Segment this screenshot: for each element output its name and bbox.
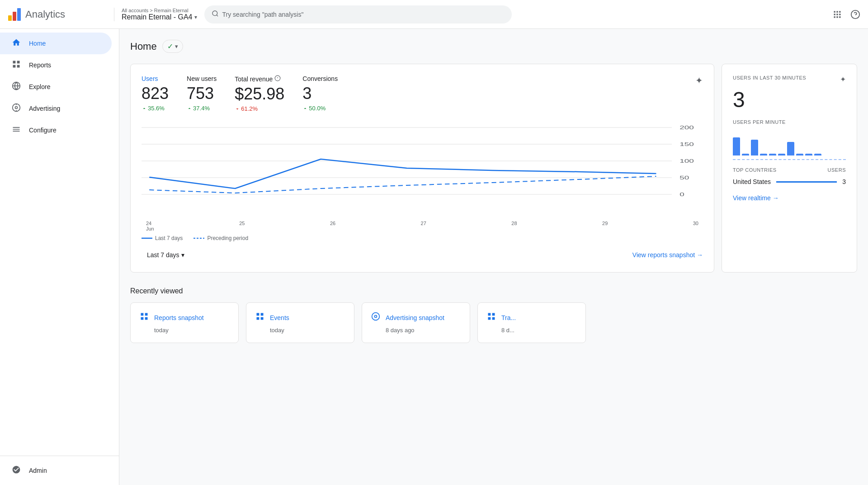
- rt-bar: [769, 154, 776, 155]
- legend-current: Last 7 days: [142, 235, 183, 241]
- cards-row: Users 823 35.6% New users 753 37.4%: [130, 64, 857, 273]
- svg-text:200: 200: [679, 125, 694, 130]
- metric-revenue-value: $25.98: [235, 85, 284, 104]
- recent-card-top: Events: [255, 312, 345, 323]
- rt-title: USERS IN LAST 30 MINUTES: [733, 75, 806, 80]
- svg-rect-13: [839, 16, 840, 18]
- title-status-badge[interactable]: ✓ ▾: [162, 40, 183, 53]
- search-icon: [212, 10, 219, 19]
- recent-card-traffic[interactable]: Tra... 8 d...: [477, 302, 586, 343]
- recent-events-icon: [255, 312, 264, 323]
- sidebar-item-admin[interactable]: Admin: [0, 460, 112, 481]
- svg-rect-18: [13, 65, 16, 67]
- chart-footer: Last 7 days ▾ View reports snapshot →: [142, 249, 703, 261]
- recent-card-top: Advertising snapshot: [371, 312, 461, 323]
- period-selector[interactable]: Last 7 days ▾: [142, 249, 190, 261]
- metric-users-label[interactable]: Users: [142, 75, 169, 82]
- recent-card-reports-snapshot[interactable]: Reports snapshot today: [130, 302, 239, 343]
- x-label-25: 25: [239, 221, 245, 231]
- metric-new-users-label: New users: [187, 75, 217, 82]
- recent-advertising-icon: [371, 312, 380, 323]
- rt-bar: [751, 140, 758, 155]
- svg-point-49: [372, 313, 380, 320]
- page-title: Home: [130, 41, 157, 52]
- x-label-29: 29: [602, 221, 608, 231]
- metric-users-change: 35.6%: [142, 105, 169, 112]
- svg-line-4: [217, 15, 218, 16]
- recently-viewed-row: Reports snapshot today Events: [130, 302, 857, 343]
- apps-grid-icon[interactable]: [832, 9, 843, 20]
- x-label-30: 30: [693, 221, 698, 231]
- recent-reports-snapshot-icon: [140, 312, 149, 323]
- metric-new-users: New users 753 37.4%: [187, 75, 217, 112]
- sidebar-item-explore[interactable]: Explore: [0, 76, 112, 98]
- expand-chart-icon[interactable]: ✦: [695, 75, 703, 86]
- svg-point-23: [15, 106, 18, 108]
- sidebar-item-home-label: Home: [29, 40, 46, 47]
- sidebar-item-reports[interactable]: Reports: [0, 54, 112, 76]
- line-chart: 200 150 100 50 0: [142, 123, 703, 213]
- svg-rect-47: [257, 317, 259, 320]
- sidebar-item-home[interactable]: Home: [0, 33, 112, 54]
- view-realtime-link[interactable]: View realtime →: [733, 194, 846, 202]
- x-axis-labels: 24Jun 25 26 27 28 29 30: [142, 221, 703, 235]
- recent-reports-snapshot-time: today: [140, 327, 229, 334]
- rt-bar: [787, 142, 794, 155]
- recent-traffic-name: Tra...: [501, 314, 516, 321]
- account-name[interactable]: Remain Eternal - GA4 ▾: [122, 13, 197, 21]
- recent-card-events[interactable]: Events today: [246, 302, 354, 343]
- svg-text:150: 150: [679, 141, 694, 147]
- sidebar-item-admin-label: Admin: [29, 467, 47, 474]
- home-icon: [11, 38, 22, 49]
- metric-revenue: Total revenue $25.98: [235, 75, 284, 112]
- svg-rect-41: [141, 313, 144, 316]
- svg-rect-42: [145, 313, 148, 316]
- legend-preceding: Preceding period: [193, 235, 248, 241]
- rt-bar: [742, 154, 749, 155]
- recently-viewed-title: Recently viewed: [130, 287, 857, 295]
- period-dropdown-icon: ▾: [181, 251, 184, 259]
- recent-card-advertising-snapshot[interactable]: Advertising snapshot 8 days ago: [362, 302, 470, 343]
- metrics-top: Users 823 35.6% New users 753 37.4%: [142, 75, 703, 112]
- sidebar-item-configure[interactable]: Configure: [0, 119, 112, 141]
- svg-text:0: 0: [679, 192, 684, 197]
- rt-big-number: 3: [733, 87, 846, 112]
- recent-card-top: Tra...: [487, 312, 576, 323]
- sidebar: Home Reports Explore: [0, 29, 119, 485]
- rt-bar: [778, 154, 785, 155]
- help-icon[interactable]: [850, 9, 861, 20]
- svg-rect-6: [836, 11, 838, 12]
- sidebar-item-explore-label: Explore: [29, 83, 50, 90]
- metric-new-users-change: 37.4%: [187, 105, 217, 112]
- view-reports-snapshot-link[interactable]: View reports snapshot →: [632, 251, 703, 259]
- metric-conversions-label: Conversions: [302, 75, 338, 82]
- metric-users: Users 823 35.6%: [142, 75, 169, 112]
- svg-point-3: [212, 11, 217, 16]
- svg-rect-43: [141, 317, 144, 320]
- account-selector[interactable]: All accounts > Remain Eternal Remain Ete…: [114, 8, 197, 21]
- app-title: Analytics: [25, 9, 65, 20]
- svg-rect-45: [257, 313, 259, 316]
- svg-rect-16: [13, 61, 16, 63]
- svg-rect-44: [145, 317, 148, 320]
- rt-expand-icon[interactable]: ✦: [840, 75, 846, 84]
- svg-point-50: [375, 315, 377, 318]
- rt-bar-chart-wrap: [733, 128, 846, 160]
- analytics-logo: [7, 7, 22, 22]
- svg-text:50: 50: [679, 175, 689, 180]
- recent-traffic-icon: [487, 312, 496, 323]
- recent-events-time: today: [255, 327, 345, 334]
- svg-rect-52: [492, 313, 495, 316]
- rt-bar: [814, 154, 821, 155]
- search-bar[interactable]: Try searching "path analysis": [204, 5, 512, 24]
- app-layout: Home Reports Explore: [0, 0, 868, 485]
- sidebar-item-reports-label: Reports: [29, 61, 51, 69]
- svg-rect-17: [17, 61, 20, 63]
- logo-area: Analytics: [7, 7, 107, 22]
- revenue-info-icon[interactable]: [274, 75, 281, 83]
- sidebar-item-advertising[interactable]: Advertising: [0, 98, 112, 119]
- svg-rect-12: [836, 16, 838, 18]
- svg-rect-51: [488, 313, 491, 316]
- svg-rect-48: [261, 317, 264, 320]
- metric-new-users-value: 753: [187, 84, 217, 103]
